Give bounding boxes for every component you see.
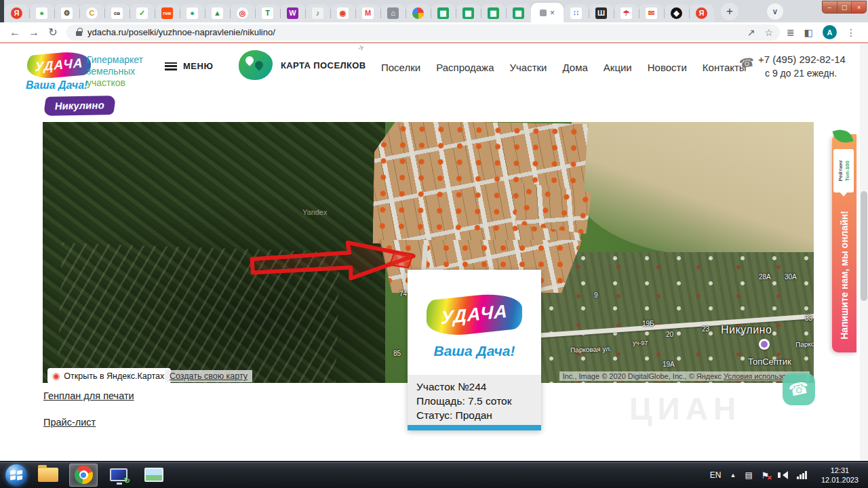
septic-marker-icon[interactable]	[759, 339, 770, 350]
gear-icon-tab[interactable]: ⚙	[54, 4, 79, 22]
bookmark-star-icon[interactable]: ☆	[764, 27, 773, 38]
audio-tab-icon-tab[interactable]: ♪	[305, 4, 330, 22]
gb-icon-tab[interactable]: GB	[104, 4, 130, 22]
page-scrollbar[interactable]	[860, 43, 868, 461]
mountain-icon-tab[interactable]: ▲	[205, 4, 230, 22]
callback-button[interactable]: ☎	[783, 373, 815, 405]
phone-number[interactable]: +7 (495) 292-82-14	[758, 54, 846, 65]
start-button[interactable]	[5, 464, 27, 486]
minimize-button[interactable]: –	[823, 1, 837, 13]
coin-icon-tab[interactable]: C	[79, 4, 104, 22]
sh-icon-tab[interactable]: Ш	[589, 4, 614, 22]
region-map-icon	[239, 50, 273, 80]
map-label-village: Никулино	[721, 324, 772, 336]
action-center-flag-icon[interactable]: ⚑✕	[762, 470, 770, 481]
t-icon: T	[262, 7, 273, 19]
pik-icon: ПИК	[161, 7, 173, 19]
target-icon-tab[interactable]: ◆	[664, 4, 689, 22]
chat-banner[interactable]: Рейтинг Топ-100 Напишите нам, мы онлайн!	[832, 134, 856, 352]
taskbar-clock[interactable]: 12:31 12.01.2023	[816, 466, 864, 485]
leaf-icon-tab[interactable]: ●	[29, 4, 54, 22]
chat-banner-label: Напишите нам, мы онлайн!	[839, 211, 850, 340]
tagline-line: Гипермаркет	[87, 54, 143, 66]
sphere-icon-tab[interactable]: ●	[180, 4, 205, 22]
chrome-taskbar-icon[interactable]	[69, 464, 98, 487]
map-label-plot: 85	[393, 350, 401, 357]
create-own-map-link[interactable]: Создать свою карту	[165, 370, 252, 382]
red-pin-icon: ◉	[52, 371, 60, 381]
pinwheel-icon-tab[interactable]	[406, 4, 431, 22]
rating-top100-badge[interactable]: Рейтинг Топ-100	[833, 149, 854, 192]
page-content: УДАЧА Ваша Дача! Гипермаркет земельных у…	[0, 43, 868, 461]
network-signal-icon[interactable]	[797, 471, 807, 479]
address-bar[interactable]: ydacha.ru/poselki/yuzhnoe-napravlenie/ni…	[66, 24, 780, 41]
site-logo-subtitle: Ваша Дача!	[26, 79, 87, 92]
nav-item-poselki[interactable]: Поселки	[381, 62, 420, 73]
reading-list-icon[interactable]: ≣	[787, 27, 795, 38]
map-pin-icon-tab[interactable]: ◉	[330, 4, 355, 22]
coin-icon: C	[86, 7, 98, 19]
sheets-icon-tab[interactable]: ▦	[481, 4, 506, 22]
reload-button[interactable]: ↻	[43, 26, 62, 39]
google-apps-icon: ∷	[570, 7, 582, 19]
settlements-map-button[interactable]: КАРТА ПОСЕЛКОВ	[239, 50, 366, 80]
umbrella-icon-tab[interactable]: ☂	[614, 4, 639, 22]
nav-item-doma[interactable]: Дома	[562, 62, 587, 73]
new-tab-button[interactable]: +	[721, 3, 738, 20]
map-label-street: Парковая	[795, 340, 814, 348]
sheets-icon-tab[interactable]: ▦	[431, 4, 456, 22]
yandex-icon-tab[interactable]: Я	[689, 4, 714, 22]
price-list-link[interactable]: Прайс-лист	[43, 417, 96, 428]
url-text: ydacha.ru/poselki/yuzhnoe-napravlenie/ni…	[87, 27, 738, 37]
remote-desktop-taskbar-icon[interactable]: ↻	[104, 464, 133, 487]
language-indicator[interactable]: EN	[710, 470, 722, 480]
tab-close-icon[interactable]: ×	[550, 8, 555, 18]
profile-avatar[interactable]: A	[823, 25, 837, 39]
nav-item-novosti[interactable]: Новости	[648, 62, 687, 73]
notes-tray-icon[interactable]: ▤	[745, 470, 752, 480]
nav-item-uchastki[interactable]: Участки	[509, 62, 547, 73]
site-logo[interactable]: УДАЧА	[27, 50, 91, 80]
map-label-plot: уч-97	[633, 340, 648, 346]
scrollbar-thumb[interactable]	[861, 191, 867, 301]
google-apps-icon-tab[interactable]: ∷	[564, 4, 589, 22]
side-panel-icon[interactable]: ◧	[804, 27, 813, 38]
pik-icon-tab[interactable]: ПИК	[155, 4, 180, 22]
active-tab[interactable]: ×	[531, 3, 564, 22]
sheets-icon: ▦	[437, 7, 449, 19]
share-icon[interactable]: ↗	[747, 27, 755, 38]
ring-icon: ◎	[237, 7, 248, 19]
open-in-yandex-maps-button[interactable]: ◉ Открыть в Яндекс.Картах	[47, 368, 171, 383]
cian-watermark: ЦИАН	[629, 390, 741, 427]
nav-item-rasprodazha[interactable]: Распродажа	[436, 62, 494, 73]
restore-button[interactable]: ▢	[837, 1, 852, 13]
map-label-business: ТопСептик	[748, 357, 791, 367]
yandex-icon-tab[interactable]: Я	[4, 4, 29, 22]
t-icon-tab[interactable]: T	[255, 4, 280, 22]
back-button[interactable]: ←	[5, 26, 24, 39]
clock-time: 12:31	[821, 466, 859, 475]
browser-menu-icon[interactable]: ⋮	[846, 27, 856, 38]
tab-search-chevron-icon[interactable]: ∨	[767, 3, 783, 20]
map-label-house: 9	[594, 291, 598, 299]
tray-expand-icon[interactable]: ▲	[730, 472, 736, 479]
explorer-taskbar-icon[interactable]	[34, 464, 62, 487]
genplan-print-link[interactable]: Генплан для печати	[43, 390, 134, 401]
volume-icon[interactable]	[778, 471, 788, 479]
screen: Я●⚙CGB✓ПИК●▲◎TW♪◉M⌂▦▦▦▦ × ∷Ш☂✉◆Я + ∨ – ▢…	[0, 0, 868, 488]
w-purple-icon-tab[interactable]: W	[280, 4, 305, 22]
forward-button[interactable]: →	[24, 26, 43, 39]
check-icon-tab[interactable]: ✓	[130, 4, 155, 22]
open-in-yandex-maps-label: Открыть в Яндекс.Картах	[64, 371, 164, 381]
mail-icon-tab[interactable]: ✉	[639, 4, 664, 22]
close-button[interactable]: ×	[852, 1, 866, 13]
gmail-icon-tab[interactable]: M	[355, 4, 380, 22]
nav-item-akcii[interactable]: Акции	[604, 62, 632, 73]
sheets-icon-tab[interactable]: ▦	[456, 4, 481, 22]
menu-button[interactable]: МЕНЮ	[165, 61, 213, 71]
photo-viewer-taskbar-icon[interactable]	[140, 464, 168, 487]
sheets-icon-tab[interactable]: ▦	[506, 4, 531, 22]
home-icon-tab[interactable]: ⌂	[380, 4, 406, 22]
popup-plot-number: Участок №244	[416, 380, 541, 394]
ring-icon-tab[interactable]: ◎	[230, 4, 255, 22]
